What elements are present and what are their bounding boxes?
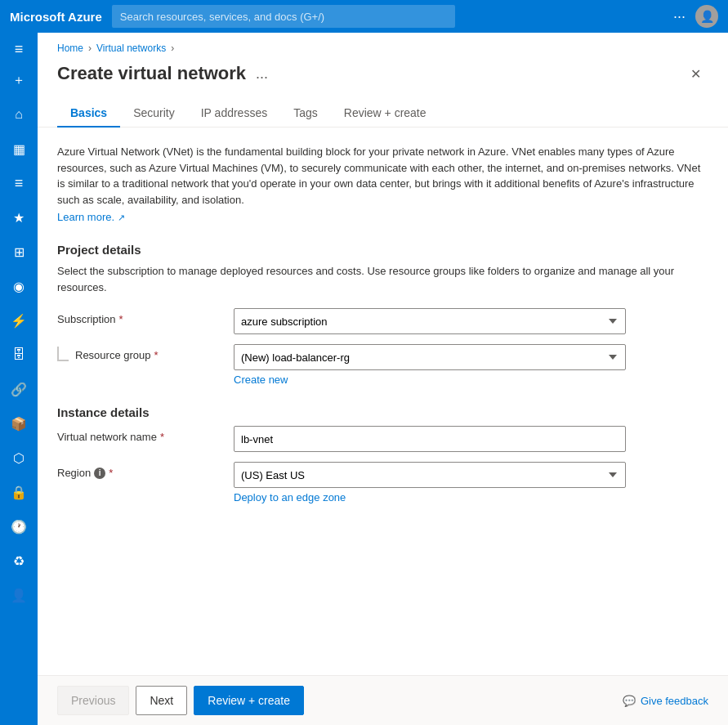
vnet-name-required: * [160, 431, 164, 443]
tab-review-create[interactable]: Review + create [331, 100, 440, 128]
page-title: Create virtual network [57, 63, 246, 84]
give-feedback-label: Give feedback [641, 695, 708, 707]
sidebar-item-portal[interactable]: ⊞ [2, 235, 35, 268]
vnet-name-label: Virtual network name * [57, 426, 221, 443]
tab-security[interactable]: Security [120, 100, 188, 128]
subscription-row: Subscription * azure subscription [57, 308, 708, 334]
tab-tags[interactable]: Tags [280, 100, 331, 128]
main-layout: ≡ ＋ ⌂ ▦ ≡ ★ ⊞ ◉ ⚡ 🗄 🔗 📦 ⬡ 🔒 🕐 ♻ 👤 Home ›… [0, 33, 728, 725]
vnet-name-row: Virtual network name * [57, 426, 708, 452]
breadcrumb-sep-2: › [171, 43, 174, 54]
sidebar-item-kubernetes[interactable]: ⬡ [2, 441, 35, 474]
top-nav-right: ··· 👤 [670, 5, 718, 28]
review-create-button[interactable]: Review + create [194, 686, 304, 715]
feedback-icon: 💬 [623, 695, 636, 707]
sidebar-item-lightning[interactable]: ⚡ [2, 304, 35, 337]
external-link-icon: ↗ [118, 213, 125, 222]
vnet-name-control [234, 426, 626, 452]
sidebar-item-all-services[interactable]: ≡ [2, 167, 35, 199]
project-details-section: Project details Select the subscription … [57, 243, 708, 386]
instance-details-section: Instance details Virtual network name * … [57, 405, 708, 503]
region-select[interactable]: (US) East US [234, 462, 626, 488]
user-avatar[interactable]: 👤 [695, 5, 718, 28]
create-new-link[interactable]: Create new [234, 374, 288, 386]
sidebar-item-monitor[interactable]: ◉ [2, 270, 35, 302]
subscription-required: * [119, 313, 123, 325]
resource-group-label-wrap: Resource group * [57, 344, 221, 361]
next-button[interactable]: Next [136, 686, 187, 715]
settings-dots[interactable]: ··· [670, 8, 689, 25]
region-info-icon[interactable]: i [94, 468, 105, 479]
indent-line [57, 347, 69, 361]
breadcrumb: Home › Virtual networks › [38, 33, 728, 57]
vnet-description: Azure Virtual Network (VNet) is the fund… [57, 144, 708, 208]
main-content: Home › Virtual networks › Create virtual… [38, 33, 728, 725]
project-details-title: Project details [57, 243, 708, 257]
learn-more-link[interactable]: Learn more. ↗ [57, 211, 125, 223]
sidebar-item-create[interactable]: ＋ [2, 64, 35, 96]
rg-required: * [154, 349, 159, 361]
sidebar: ≡ ＋ ⌂ ▦ ≡ ★ ⊞ ◉ ⚡ 🗄 🔗 📦 ⬡ 🔒 🕐 ♻ 👤 [0, 33, 38, 725]
resource-group-control: (New) load-balancer-rg Create new [234, 344, 626, 386]
resource-group-row: Resource group * (New) load-balancer-rg … [57, 344, 708, 386]
sidebar-item-favorites[interactable]: ★ [2, 201, 35, 234]
instance-details-title: Instance details [57, 405, 708, 419]
tab-bar: Basics Security IP addresses Tags Review… [38, 87, 728, 128]
sidebar-item-security[interactable]: 🔒 [2, 476, 35, 508]
resource-group-select[interactable]: (New) load-balancer-rg [234, 344, 626, 370]
subscription-control: azure subscription [234, 308, 626, 334]
breadcrumb-sep-1: › [88, 43, 92, 54]
vnet-name-input[interactable] [234, 426, 626, 452]
sidebar-item-network[interactable]: 🔗 [2, 373, 35, 405]
region-required: * [109, 467, 113, 479]
region-row: Region i * (US) East US Deploy to an edg… [57, 462, 708, 503]
sidebar-item-user[interactable]: 👤 [2, 579, 35, 611]
content-area: Azure Virtual Network (VNet) is the fund… [38, 128, 728, 675]
give-feedback-link[interactable]: 💬 Give feedback [623, 695, 708, 707]
project-details-desc: Select the subscription to manage deploy… [57, 263, 708, 295]
deploy-edge-link[interactable]: Deploy to an edge zone [234, 491, 346, 503]
page-more-options[interactable]: ... [256, 65, 268, 83]
previous-button[interactable]: Previous [57, 686, 129, 715]
top-nav: Microsoft Azure ··· 👤 [0, 0, 728, 33]
sidebar-item-refresh[interactable]: ♻ [2, 544, 35, 577]
tab-basics[interactable]: Basics [57, 100, 120, 128]
sidebar-item-clock[interactable]: 🕐 [2, 510, 35, 543]
sidebar-expand-button[interactable]: ≡ [2, 36, 35, 62]
page-header: Create virtual network ... ✕ [38, 57, 728, 87]
subscription-select[interactable]: azure subscription [234, 308, 626, 334]
breadcrumb-section[interactable]: Virtual networks [96, 43, 166, 54]
sidebar-item-sql[interactable]: 🗄 [2, 338, 35, 371]
sidebar-item-dashboard[interactable]: ▦ [2, 132, 35, 165]
breadcrumb-home[interactable]: Home [57, 43, 83, 54]
sidebar-item-containers[interactable]: 📦 [2, 407, 35, 440]
learn-more-text: Learn more. [57, 211, 114, 223]
sidebar-item-home[interactable]: ⌂ [2, 98, 35, 131]
close-button[interactable]: ✕ [682, 60, 708, 87]
subscription-label: Subscription * [57, 308, 221, 325]
region-control: (US) East US Deploy to an edge zone [234, 462, 626, 503]
footer: Previous Next Review + create 💬 Give fee… [38, 675, 728, 725]
brand-title: Microsoft Azure [10, 10, 102, 24]
region-label: Region i * [57, 462, 221, 479]
global-search-input[interactable] [112, 5, 455, 28]
tab-ip-addresses[interactable]: IP addresses [188, 100, 280, 128]
